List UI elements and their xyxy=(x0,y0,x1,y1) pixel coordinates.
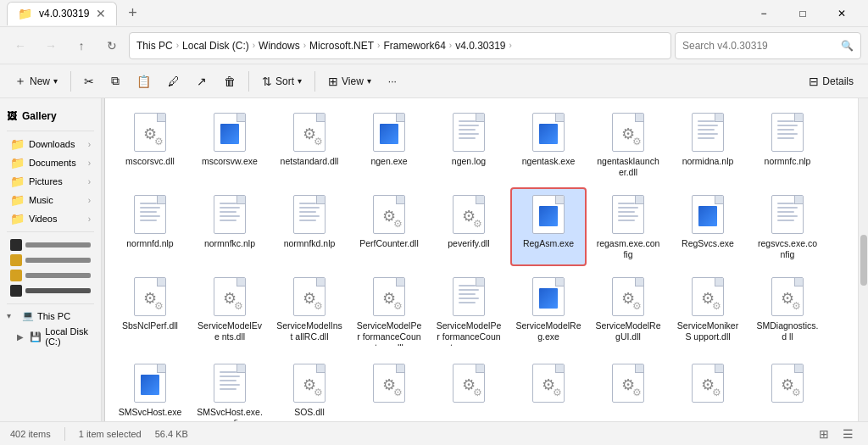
file-item[interactable]: ngen.exe xyxy=(351,105,427,184)
file-icon: ⚙⚙ xyxy=(369,363,409,403)
share-button[interactable]: ↗ xyxy=(189,70,214,93)
more-button[interactable]: ··· xyxy=(381,70,404,93)
file-item[interactable]: normidna.nlp xyxy=(670,105,746,184)
sort-button[interactable]: ⇅ Sort ▾ xyxy=(254,70,309,93)
file-item[interactable]: ServiceModelRe g.exe xyxy=(510,270,587,353)
file-item[interactable]: ⚙⚙ServiceMonikerS upport.dll xyxy=(670,270,746,353)
file-item[interactable]: ⚙⚙ xyxy=(351,356,427,421)
close-button[interactable]: ✕ xyxy=(822,0,861,27)
pin-icon-3 xyxy=(10,270,22,281)
sidebar-pin-4[interactable] xyxy=(10,285,91,297)
file-item[interactable]: ngentask.exe xyxy=(510,105,587,184)
details-icon: ⊟ xyxy=(809,75,819,88)
grid-view-button[interactable]: ⊞ xyxy=(814,424,834,444)
file-area[interactable]: ⚙⚙mscorsvc.dllmscorsvw.exe⚙⚙netstandard.… xyxy=(105,98,858,421)
file-item[interactable]: ⚙⚙ xyxy=(510,356,587,421)
new-button[interactable]: ＋ New ▾ xyxy=(7,70,65,93)
search-input[interactable] xyxy=(682,40,837,52)
file-item[interactable]: normnfd.nlp xyxy=(112,187,188,266)
file-item[interactable]: RegAsm.exe xyxy=(510,187,587,266)
sidebar-item-music[interactable]: 📁 Music › xyxy=(3,191,97,209)
file-item[interactable]: ⚙⚙mscorsvc.dll xyxy=(112,105,188,184)
cut-button[interactable]: ✂ xyxy=(76,70,102,93)
back-button[interactable]: ← xyxy=(7,32,34,59)
new-tab-button[interactable]: + xyxy=(120,2,144,25)
up-button[interactable]: ↑ xyxy=(68,32,95,59)
sidebar-item-videos[interactable]: 📁 Videos › xyxy=(3,209,97,228)
file-item[interactable]: ⚙⚙ServiceModelInst allRC.dll xyxy=(271,270,348,353)
breadcrumb-windows[interactable]: Windows xyxy=(259,40,300,52)
file-item[interactable]: ⚙⚙ServiceModelPer formanceCounte rs.dll xyxy=(351,270,427,353)
file-item[interactable]: SMSvcHost.exe xyxy=(112,356,188,421)
file-item[interactable]: ⚙⚙PerfCounter.dll xyxy=(351,187,427,266)
new-icon: ＋ xyxy=(14,74,26,89)
paste-button[interactable]: 📋 xyxy=(129,70,159,93)
file-item[interactable]: ⚙⚙SbsNclPerf.dll xyxy=(112,270,188,353)
sidebar-divider-2 xyxy=(7,231,94,232)
search-icon[interactable]: 🔍 xyxy=(841,40,854,52)
list-view-button[interactable]: ☰ xyxy=(837,424,858,444)
forward-button[interactable]: → xyxy=(37,32,64,59)
file-item[interactable]: RegSvcs.exe xyxy=(670,187,746,266)
file-item[interactable]: normnfc.nlp xyxy=(749,105,826,184)
refresh-button[interactable]: ↻ xyxy=(98,32,125,59)
file-item[interactable]: ⚙⚙ xyxy=(431,356,507,421)
file-item[interactable]: normnfkc.nlp xyxy=(192,187,268,266)
sidebar-divider-3 xyxy=(7,303,94,304)
copy-button[interactable]: ⧉ xyxy=(103,70,127,93)
breadcrumb-dotnet[interactable]: Microsoft.NET xyxy=(309,40,374,52)
sidebar-pin-1[interactable] xyxy=(10,239,91,251)
file-item[interactable]: ⚙⚙SOS.dll xyxy=(271,356,348,421)
file-item[interactable]: ⚙⚙netstandard.dll xyxy=(271,105,348,184)
sidebar-pin-3[interactable] xyxy=(10,270,91,281)
file-item[interactable]: ngen.log xyxy=(431,105,507,184)
view-button[interactable]: ⊞ View ▾ xyxy=(320,70,379,93)
rename-button[interactable]: 🖊 xyxy=(160,70,187,93)
sidebar-pin-2[interactable] xyxy=(10,254,91,266)
file-name: mscorsvc.dll xyxy=(125,156,175,167)
breadcrumb-local-disk[interactable]: Local Disk (C:) xyxy=(182,40,249,52)
sidebar-item-downloads[interactable]: 📁 Downloads › xyxy=(3,135,97,153)
breadcrumb[interactable]: This PC › Local Disk (C:) › Windows › Mi… xyxy=(129,32,671,59)
sidebar-local-disk[interactable]: ▶ 💾 Local Disk (C:) xyxy=(0,324,101,349)
pin-icon-1 xyxy=(10,239,22,251)
breadcrumb-this-pc[interactable]: This PC xyxy=(136,40,173,52)
file-name: SMSvcHost.exe xyxy=(119,407,182,418)
file-item[interactable]: ⚙⚙ xyxy=(670,356,746,421)
file-item[interactable]: regsvcs.exe.co nfig xyxy=(749,187,826,266)
file-icon xyxy=(289,194,330,235)
sidebar-divider-1 xyxy=(7,131,94,131)
window-tab[interactable]: 📁 v4.0.30319 ✕ xyxy=(7,2,117,25)
vertical-scrollbar[interactable] xyxy=(858,98,868,421)
view-icon: ⊞ xyxy=(328,75,338,88)
sidebar-this-pc[interactable]: ▾ 💻 This PC xyxy=(0,308,101,324)
file-item[interactable]: mscorsvw.exe xyxy=(192,105,268,184)
sidebar-item-documents[interactable]: 📁 Documents › xyxy=(3,153,97,172)
sidebar-item-pictures[interactable]: 📁 Pictures › xyxy=(3,172,97,191)
file-item[interactable]: ⚙⚙ xyxy=(749,356,826,421)
file-icon xyxy=(687,112,728,153)
scrollbar-thumb[interactable] xyxy=(860,235,867,286)
file-item[interactable]: ⚙⚙ xyxy=(590,356,666,421)
tab-close-button[interactable]: ✕ xyxy=(96,7,106,20)
file-item[interactable]: SMSvcHost.exe.c onfig xyxy=(192,356,268,421)
breadcrumb-version[interactable]: v4.0.30319 xyxy=(455,40,505,52)
file-icon xyxy=(369,112,409,153)
file-item[interactable]: ⚙⚙ServiceModelRe gUI.dll xyxy=(590,270,666,353)
file-item[interactable]: ServiceModelPer formanceCounte rs.man xyxy=(431,270,507,353)
file-icon: ⚙⚙ xyxy=(289,276,330,317)
file-item[interactable]: regasm.exe.con fig xyxy=(590,187,666,266)
file-icon xyxy=(687,194,728,235)
file-item[interactable]: ⚙⚙SMDiagnostics.d ll xyxy=(749,270,826,353)
file-item[interactable]: ⚙⚙ServiceModelEve nts.dll xyxy=(192,270,268,353)
minimize-button[interactable]: − xyxy=(744,0,783,27)
delete-button[interactable]: 🗑 xyxy=(216,70,243,93)
search-box[interactable]: 🔍 xyxy=(675,32,861,59)
file-name: normnfkc.nlp xyxy=(204,238,255,249)
breadcrumb-framework64[interactable]: Framework64 xyxy=(383,40,445,52)
details-button[interactable]: ⊟ Details xyxy=(801,70,861,93)
file-item[interactable]: ⚙⚙peverify.dll xyxy=(431,187,507,266)
maximize-button[interactable]: □ xyxy=(783,0,822,27)
file-item[interactable]: normnfkd.nlp xyxy=(271,187,348,266)
file-item[interactable]: ⚙⚙ngentasklaunch er.dll xyxy=(590,105,666,184)
